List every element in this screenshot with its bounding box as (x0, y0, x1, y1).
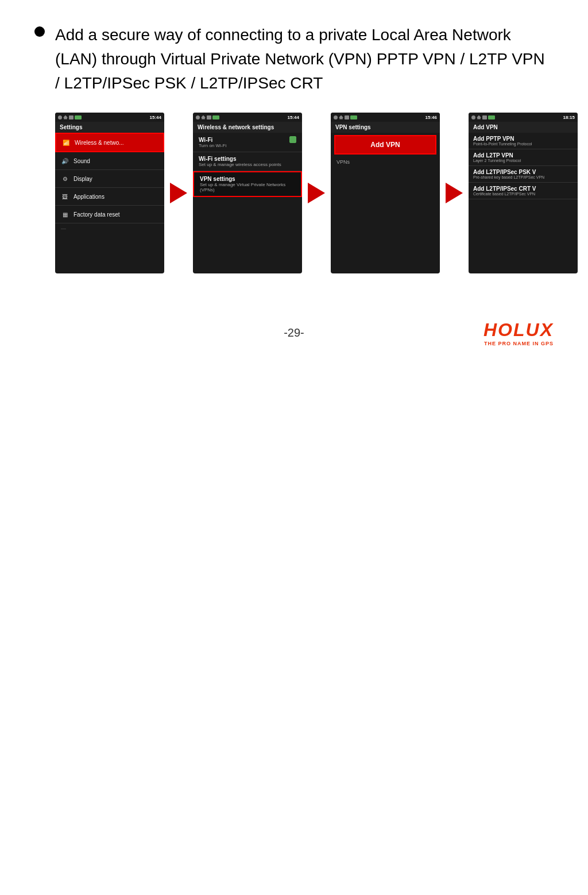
time-display-1: 15:44 (150, 115, 161, 120)
battery-icon-2 (212, 115, 219, 119)
settings-item-apps[interactable]: 🖼 Applications (55, 188, 164, 206)
screen-add-vpn: 18:15 Add VPN Add PPTP VPN Point-to-Poin… (469, 113, 578, 273)
l2tp-psk-title: Add L2TP/IPSec PSK V (473, 169, 573, 175)
battery-icon (75, 115, 82, 119)
settings-label-sound: Sound (74, 158, 90, 164)
page-footer: -29- HOLUX THE PRO NAME IN GPS (34, 308, 554, 346)
sim-icon-2 (207, 115, 211, 119)
settings-more: — (55, 223, 164, 234)
settings-item-display[interactable]: ⚙ Display (55, 170, 164, 188)
home-icon-2 (201, 115, 206, 119)
status-bar-2: 15:44 (193, 113, 302, 122)
title-text-2: Wireless & network settings (198, 124, 274, 130)
vpn-settings-sub: Set up & manage Virtual Private Networks… (200, 182, 295, 192)
pptp-sub: Point-to-Point Tunneling Protocol (473, 142, 573, 146)
sim-icon-3 (345, 115, 349, 119)
arrow-icon-1 (170, 183, 187, 203)
arrow-3 (440, 183, 469, 203)
bullet-section: Add a secure way of connecting to a priv… (34, 23, 554, 95)
screen-title-2: Wireless & network settings (193, 122, 302, 133)
title-text-1: Settings (60, 124, 82, 130)
logo-name: HOLUX (483, 319, 554, 341)
battery-icon-3 (350, 115, 357, 119)
settings-item-factory[interactable]: ▦ Factory data reset (55, 206, 164, 223)
wifi-icon: 📶 (62, 138, 70, 146)
apps-icon: 🖼 (61, 192, 69, 200)
home-icon (63, 115, 68, 119)
l2tp-crt-sub: Certificate based L2TP/IPSec VPN (473, 192, 573, 196)
vpn-settings-title: VPN settings (200, 176, 295, 182)
add-vpn-item-pptp[interactable]: Add PPTP VPN Point-to-Point Tunneling Pr… (469, 133, 578, 149)
grid-icon: ▦ (61, 210, 69, 218)
settings-label-display: Display (74, 176, 92, 182)
status-icon-3a (334, 115, 338, 119)
status-bar-3: 15:46 (331, 113, 440, 122)
title-text-4: Add VPN (473, 124, 498, 130)
add-vpn-item-l2tp-psk[interactable]: Add L2TP/IPSec PSK V Pre-shared key base… (469, 166, 578, 183)
wifi-subtitle: Turn on Wi-Fi (199, 143, 296, 148)
screen-wireless: 15:44 Wireless & network settings Wi-Fi … (193, 113, 302, 273)
home-icon-3 (339, 115, 343, 119)
l2tp-sub: Layer 2 Tunneling Protocol (473, 159, 573, 163)
arrow-1 (164, 183, 193, 203)
holux-logo: HOLUX THE PRO NAME IN GPS (381, 319, 554, 346)
screen-vpn: 15:46 VPN settings Add VPN VPNs (331, 113, 440, 273)
vpns-section-label: VPNs (331, 157, 440, 167)
status-icons-left-2 (196, 115, 219, 119)
add-vpn-list: Add PPTP VPN Point-to-Point Tunneling Pr… (469, 133, 578, 199)
status-icon-2a (196, 115, 200, 119)
add-vpn-item-l2tp[interactable]: Add L2TP VPN Layer 2 Tunneling Protocol (469, 149, 578, 166)
wireless-item-vpn[interactable]: VPN settings Set up & manage Virtual Pri… (193, 171, 302, 197)
sim-icon (69, 115, 74, 119)
l2tp-psk-sub: Pre-shared key based L2TP/IPSec VPN (473, 175, 573, 179)
status-icon-1 (58, 115, 62, 119)
arrow-icon-2 (308, 183, 325, 203)
sim-icon-4 (482, 115, 487, 119)
status-bar-1: 15:44 (55, 113, 164, 122)
l2tp-crt-title: Add L2TP/IPSec CRT V (473, 186, 573, 192)
wireless-item-wifi[interactable]: Wi-Fi Turn on Wi-Fi (193, 133, 302, 152)
screen-title-3: VPN settings (331, 122, 440, 133)
status-icons-left-3 (334, 115, 357, 119)
settings-label-wireless: Wireless & netwo... (75, 140, 124, 146)
screen-title-1: Settings (55, 122, 164, 133)
arrow-icon-3 (446, 183, 463, 203)
logo-tagline: THE PRO NAME IN GPS (484, 341, 554, 346)
time-display-2: 15:44 (288, 115, 299, 120)
settings-label-factory: Factory data reset (74, 211, 120, 218)
screenshots-row: 15:44 Settings 📶 Wireless & netwo... 🔊 S… (55, 113, 554, 273)
display-icon: ⚙ (61, 175, 69, 183)
status-icon-4a (471, 115, 475, 119)
sound-icon: 🔊 (61, 157, 69, 165)
pptp-title: Add PPTP VPN (473, 136, 573, 142)
wifi-settings-title: Wi-Fi settings (199, 156, 296, 162)
title-text-3: VPN settings (335, 124, 371, 130)
time-display-3: 15:46 (425, 115, 437, 120)
wireless-item-wifi-settings[interactable]: Wi-Fi settings Set up & manage wireless … (193, 152, 302, 171)
status-icons-left (58, 115, 82, 119)
add-vpn-item-l2tp-crt[interactable]: Add L2TP/IPSec CRT V Certificate based L… (469, 183, 578, 199)
battery-icon-4 (488, 115, 495, 119)
settings-label-apps: Applications (74, 194, 105, 200)
wifi-settings-sub: Set up & manage wireless access points (199, 162, 296, 167)
bullet-dot (34, 26, 45, 37)
time-display-4: 18:15 (563, 115, 575, 120)
status-icons-left-4 (471, 115, 495, 119)
screen-title-4: Add VPN (469, 122, 578, 133)
bullet-text: Add a secure way of connecting to a priv… (55, 23, 554, 95)
page-number: -29- (207, 326, 380, 340)
wifi-checkbox[interactable] (289, 136, 296, 143)
settings-item-wireless[interactable]: 📶 Wireless & netwo... (55, 133, 164, 152)
status-bar-4: 18:15 (469, 113, 578, 122)
add-vpn-button[interactable]: Add VPN (334, 135, 436, 155)
settings-item-sound[interactable]: 🔊 Sound (55, 152, 164, 170)
l2tp-title: Add L2TP VPN (473, 152, 573, 159)
home-icon-4 (477, 115, 481, 119)
wifi-title: Wi-Fi (199, 137, 212, 143)
arrow-2 (302, 183, 331, 203)
screen-settings: 15:44 Settings 📶 Wireless & netwo... 🔊 S… (55, 113, 164, 273)
